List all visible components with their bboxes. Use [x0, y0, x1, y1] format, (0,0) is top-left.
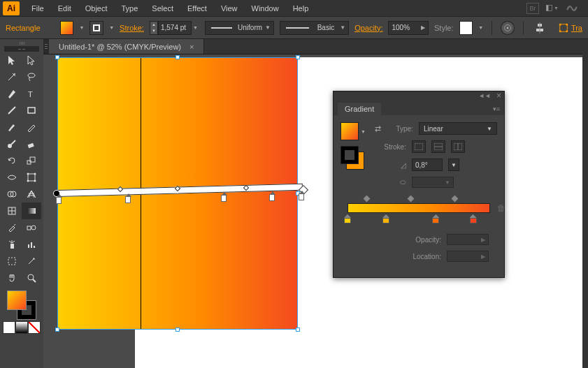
close-panel-icon[interactable]: × [496, 91, 501, 100]
menu-help[interactable]: Help [287, 2, 315, 15]
menu-edit[interactable]: Edit [52, 2, 78, 15]
hand-tool[interactable] [2, 270, 22, 286]
selection-tool[interactable] [2, 52, 22, 68]
angle-caret[interactable]: ▼ [448, 159, 459, 171]
scale-tool[interactable] [22, 152, 41, 169]
gradient-midpoint[interactable] [452, 196, 459, 203]
gpu-icon[interactable] [566, 3, 578, 14]
style-swatch[interactable] [459, 21, 473, 35]
eraser-tool[interactable] [22, 135, 41, 152]
gradient-tab[interactable]: Gradient [338, 103, 381, 115]
stroke-grad-along[interactable] [431, 140, 445, 153]
gradient-mode-button[interactable] [15, 321, 28, 334]
menu-select[interactable]: Select [145, 2, 180, 15]
menu-view[interactable]: View [215, 2, 244, 15]
pencil-tool[interactable] [22, 119, 41, 135]
document-tab[interactable]: Untitled-1* @ 52% (CMYK/Preview) × [49, 39, 204, 54]
lasso-tool[interactable] [22, 68, 41, 85]
stroke-grad-across[interactable] [451, 140, 465, 153]
opacity-label[interactable]: Opacity: [354, 24, 382, 32]
gradient-stop-handle[interactable] [299, 193, 304, 200]
fill-swatch[interactable] [60, 21, 74, 35]
gradient-tool[interactable] [22, 203, 41, 219]
bridge-icon[interactable]: Br [526, 3, 539, 14]
eyedropper-tool[interactable] [2, 219, 22, 236]
paintbrush-tool[interactable] [2, 119, 22, 135]
gradient-stop[interactable] [470, 214, 477, 223]
selection-handle[interactable] [296, 327, 300, 332]
stroke-grad-within[interactable] [412, 140, 426, 153]
symbol-sprayer-tool[interactable] [2, 236, 22, 253]
rotate-tool[interactable] [2, 152, 22, 169]
zoom-tool[interactable] [22, 270, 41, 286]
close-tab-icon[interactable]: × [189, 43, 194, 51]
gradient-stop-handle[interactable] [125, 196, 131, 203]
gradient-stroke-preview[interactable] [340, 146, 364, 170]
menu-type[interactable]: Type [115, 2, 145, 15]
toolbox-grip[interactable] [15, 42, 29, 45]
recolor-button[interactable] [501, 21, 515, 35]
gradient-stop-handle[interactable] [269, 194, 275, 201]
menu-file[interactable]: File [25, 2, 50, 15]
selection-handle[interactable] [175, 55, 180, 59]
stroke-weight-field[interactable]: ▲▼ ▼ [150, 21, 199, 35]
stroke-profile-dropdown[interactable]: Uniform▼ [205, 21, 274, 35]
rectangle-tool[interactable] [22, 102, 41, 119]
panel-titlebar[interactable]: ◄◄ × [334, 91, 504, 100]
artboard-tool[interactable] [2, 253, 22, 270]
selection-handle[interactable] [55, 327, 59, 332]
perspective-grid-tool[interactable] [22, 186, 41, 203]
gradient-preview-caret[interactable]: ▼ [361, 129, 366, 134]
selection-handle[interactable] [55, 55, 59, 59]
opacity-dropdown[interactable]: 100%▶ [388, 21, 429, 35]
gradient-midpoint[interactable] [363, 196, 370, 203]
selection-handle[interactable] [175, 327, 180, 332]
right-panel-strip[interactable] [582, 39, 588, 368]
gradient-ramp[interactable] [347, 203, 490, 213]
none-mode-button[interactable] [28, 321, 41, 334]
gradient-angle-input[interactable] [412, 159, 443, 171]
selection-handle[interactable] [296, 55, 300, 59]
type-tool[interactable]: T [22, 85, 41, 102]
blend-tool[interactable] [22, 219, 41, 236]
menu-window[interactable]: Window [245, 2, 285, 15]
arrange-docs-icon[interactable]: ▼ [546, 3, 559, 14]
gradient-slider[interactable]: 🗑 [342, 196, 496, 224]
shape-builder-tool[interactable] [2, 186, 22, 203]
stroke-label[interactable]: Stroke: [120, 24, 144, 32]
align-button[interactable] [532, 21, 547, 35]
free-transform-tool[interactable] [22, 169, 41, 186]
gradient-type-dropdown[interactable]: Linear▼ [419, 122, 497, 135]
gradient-stop[interactable] [382, 214, 389, 223]
column-graph-tool[interactable] [22, 236, 41, 253]
brush-dropdown[interactable]: Basic▼ [280, 21, 349, 35]
stroke-weight-input[interactable] [158, 21, 192, 35]
gradient-stop-handle[interactable] [56, 197, 62, 204]
tab-grip[interactable] [43, 39, 49, 54]
transform-button[interactable]: Tra [559, 23, 582, 33]
fill-stroke-indicator[interactable] [7, 290, 36, 320]
direct-selection-tool[interactable] [22, 52, 41, 68]
stroke-swatch-caret[interactable]: ▼ [109, 25, 114, 30]
delete-stop-icon[interactable]: 🗑 [497, 203, 505, 213]
gradient-fill-preview[interactable] [340, 122, 359, 140]
width-tool[interactable] [2, 169, 22, 186]
gradient-midpoint[interactable] [407, 196, 414, 203]
blob-brush-tool[interactable] [2, 135, 22, 152]
menu-object[interactable]: Object [79, 2, 114, 15]
gradient-stop[interactable] [432, 214, 439, 223]
style-caret[interactable]: ▼ [478, 25, 483, 30]
fill-swatch-caret[interactable]: ▼ [79, 25, 84, 30]
panel-menu-icon[interactable]: ▾≡ [489, 103, 504, 115]
pen-tool[interactable] [2, 85, 22, 102]
menu-effect[interactable]: Effect [181, 2, 213, 15]
slice-tool[interactable] [22, 253, 41, 270]
mesh-tool[interactable] [2, 203, 22, 219]
reverse-gradient-icon[interactable]: ⇄ [373, 124, 384, 133]
magic-wand-tool[interactable] [2, 68, 22, 85]
gradient-stop[interactable] [344, 214, 351, 223]
collapse-icon[interactable]: ◄◄ [478, 93, 491, 99]
stroke-swatch[interactable] [89, 21, 103, 35]
color-mode-button[interactable] [3, 321, 15, 334]
gradient-stop-handle[interactable] [221, 195, 227, 202]
